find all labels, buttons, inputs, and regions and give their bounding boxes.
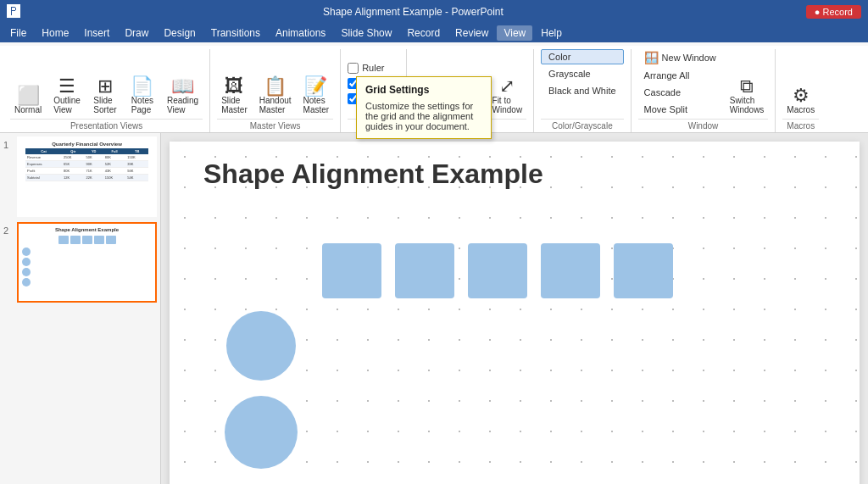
slide2-preview-rects [20, 236, 153, 244]
menu-view[interactable]: View [497, 25, 532, 41]
preview-rect-3 [82, 236, 92, 244]
menu-file[interactable]: File [3, 25, 33, 41]
handout-master-icon: 📋 [264, 77, 287, 96]
slide-num-2: 2 [3, 222, 14, 236]
table-row: Revenue250K50K80K150K [25, 154, 148, 161]
color-button[interactable]: Color [541, 49, 623, 64]
preview-circle-2 [22, 258, 31, 266]
shape-rect-2[interactable] [395, 243, 454, 298]
slide-master-icon: 🖼 [225, 77, 243, 96]
tooltip-description: Customize the settings for the grid and … [365, 101, 482, 131]
ruler-check-input[interactable] [348, 63, 359, 74]
menu-record[interactable]: Record [400, 25, 447, 41]
main-area: 1 Quarterly Financial Overview Cat Qtr Y… [0, 133, 868, 484]
preview-rect-5 [106, 236, 116, 244]
menu-animations[interactable]: Animations [269, 25, 332, 41]
slide-thumb-1[interactable]: 1 Quarterly Financial Overview Cat Qtr Y… [3, 136, 157, 217]
shape-circle-1[interactable] [226, 311, 296, 381]
preview-rect-2 [70, 236, 81, 244]
menu-home[interactable]: Home [35, 25, 75, 41]
outline-view-button[interactable]: ☰ OutlineView [49, 75, 85, 117]
new-window-button[interactable]: 🪟 New Window [638, 49, 722, 66]
title-bar: 🅿 Shape Alignment Example - PowerPoint ●… [0, 0, 868, 24]
canvas-area: Shape Alignment Example [161, 133, 868, 484]
preview-circle-4 [22, 278, 31, 287]
presentation-views-group: ⬜ Normal ☰ OutlineView ⊞ SlideSorter 📄 N… [3, 49, 210, 132]
arrange-all-button[interactable]: Arrange All [638, 68, 722, 83]
ruler-checkbox[interactable]: Ruler [348, 62, 384, 75]
menu-bar: File Home Insert Draw Design Transitions… [0, 24, 868, 42]
grid-settings-tooltip: Grid Settings Customize the settings for… [356, 76, 492, 139]
master-views-label: Master Views [217, 119, 333, 131]
notes-page-button[interactable]: 📄 NotesPage [125, 75, 159, 117]
slide-panel: 1 Quarterly Financial Overview Cat Qtr Y… [0, 133, 161, 484]
shape-rect-1[interactable] [322, 243, 381, 298]
color-grayscale-label: Color/Grayscale [541, 119, 623, 131]
menu-draw[interactable]: Draw [118, 25, 155, 41]
preview-circle-3 [22, 268, 31, 276]
presentation-views-label: Presentation Views [10, 119, 203, 131]
slide-preview-2[interactable]: Shape Alignment Example [17, 222, 157, 303]
slide-thumb-2[interactable]: 2 Shape Alignment Example [3, 222, 157, 303]
menu-slideshow[interactable]: Slide Show [334, 25, 398, 41]
normal-view-icon: ⬜ [17, 86, 40, 105]
window-group: 🪟 New Window Arrange All Cascade Move Sp… [632, 49, 776, 132]
grayscale-button[interactable]: Grayscale [541, 66, 623, 81]
fit-to-window-button[interactable]: ⤢ Fit toWindow [488, 75, 527, 117]
shape-rect-4[interactable] [541, 243, 600, 298]
rectangle-row [322, 243, 673, 298]
table-row: Subtotal12K22K150K54K [25, 175, 148, 181]
window-title: Shape Alignment Example - PowerPoint [20, 6, 806, 18]
window-label: Window [638, 119, 769, 131]
switch-windows-icon: ⧉ [740, 77, 754, 96]
macros-button[interactable]: ⚙ Macros [782, 84, 819, 117]
notes-master-button[interactable]: 📝 NotesMaster [299, 75, 334, 117]
menu-design[interactable]: Design [157, 25, 202, 41]
macros-group: ⚙ Macros Macros [776, 49, 826, 132]
reading-view-icon: 📖 [171, 77, 194, 96]
notes-master-icon: 📝 [304, 77, 327, 96]
menu-transitions[interactable]: Transitions [204, 25, 267, 41]
slide1-preview-table: Cat Qtr YD Full TB Revenue250K50K80K150K… [25, 148, 148, 181]
shape-rect-3[interactable] [468, 243, 527, 298]
slide-sorter-button[interactable]: ⊞ SlideSorter [88, 75, 122, 117]
preview-rect-4 [94, 236, 104, 244]
shape-rect-5[interactable] [614, 243, 673, 298]
handout-master-button[interactable]: 📋 HandoutMaster [255, 75, 296, 117]
slide2-preview-circles [22, 248, 152, 287]
slide-num-1: 1 [3, 136, 14, 150]
tooltip-title: Grid Settings [365, 84, 482, 96]
color-grayscale-group: Color Grayscale Black and White Color/Gr… [534, 49, 631, 132]
preview-circle-1 [22, 248, 31, 256]
new-window-icon: 🪟 [644, 52, 659, 64]
table-row: Expenses65K90K52K39K [25, 161, 148, 168]
slide-sorter-icon: ⊞ [97, 77, 113, 96]
table-row: Profit80K71K43K94K [25, 168, 148, 175]
outline-view-icon: ☰ [58, 77, 75, 96]
macros-label: Macros [782, 119, 819, 131]
notes-page-icon: 📄 [131, 77, 153, 96]
slide-master-button[interactable]: 🖼 SlideMaster [217, 75, 252, 117]
record-button[interactable]: ● Record [806, 5, 861, 19]
slide2-preview-title: Shape Alignment Example [19, 227, 155, 232]
macros-icon: ⚙ [793, 86, 810, 105]
menu-review[interactable]: Review [448, 25, 495, 41]
preview-rect-1 [58, 236, 69, 244]
app-icon: 🅿 [7, 4, 20, 19]
fit-to-window-icon: ⤢ [499, 77, 515, 96]
slide-canvas: Shape Alignment Example [170, 142, 860, 484]
switch-windows-button[interactable]: ⧉ SwitchWindows [726, 75, 769, 117]
slide1-preview-title: Quarterly Financial Overview [19, 142, 155, 147]
move-split-button[interactable]: Move Split [638, 102, 722, 117]
reading-view-button[interactable]: 📖 ReadingView [163, 75, 203, 117]
slide-preview-1[interactable]: Quarterly Financial Overview Cat Qtr YD … [17, 136, 157, 217]
black-white-button[interactable]: Black and White [541, 83, 623, 98]
normal-view-button[interactable]: ⬜ Normal [10, 84, 46, 117]
menu-help[interactable]: Help [534, 25, 569, 41]
menu-insert[interactable]: Insert [77, 25, 116, 41]
shape-circle-2[interactable] [225, 396, 298, 469]
circle-column [220, 311, 301, 484]
slide-title: Shape Alignment Example [203, 159, 826, 190]
master-views-group: 🖼 SlideMaster 📋 HandoutMaster 📝 NotesMas… [210, 49, 341, 132]
cascade-button[interactable]: Cascade [638, 85, 722, 100]
